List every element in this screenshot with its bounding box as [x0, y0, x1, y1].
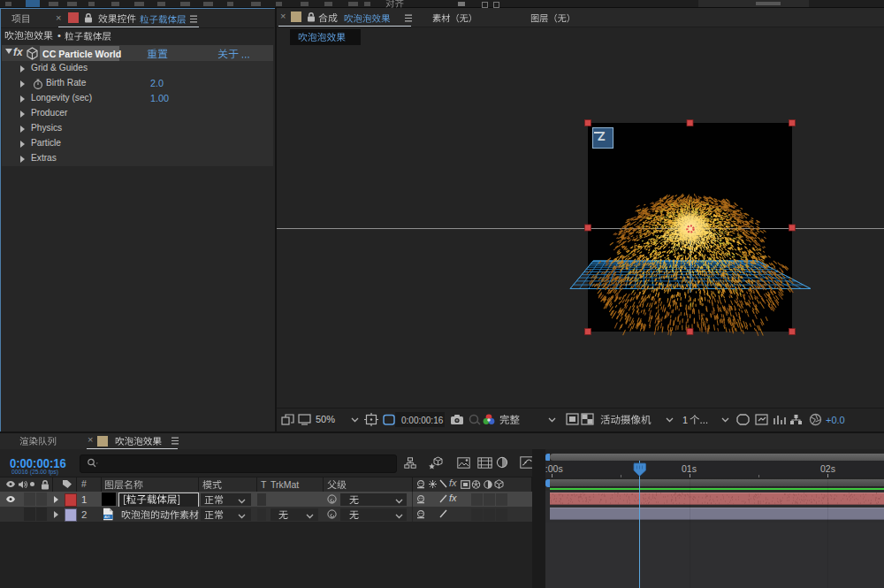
svg-text:AVI: AVI: [104, 515, 110, 519]
